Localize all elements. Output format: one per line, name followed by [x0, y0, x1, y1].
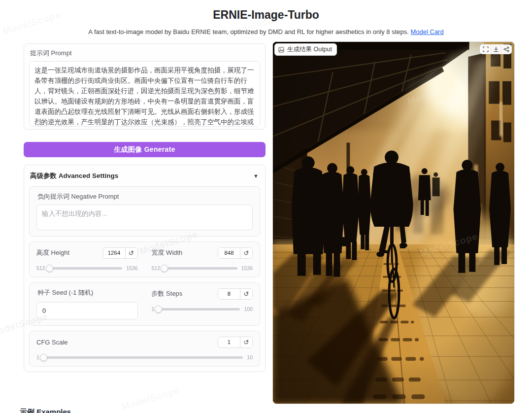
output-panel: 生成结果 Output: [272, 41, 515, 404]
steps-label: 步数 Steps: [152, 289, 183, 298]
advanced-settings-title: 高级参数 Advanced Settings: [30, 172, 118, 180]
reset-icon[interactable]: ↺: [125, 248, 137, 258]
width-slider-handle[interactable]: [161, 265, 168, 272]
watermark: ModelScope: [120, 385, 181, 413]
output-label-chip: 生成结果 Output: [274, 43, 337, 56]
image-icon: [278, 47, 284, 53]
output-toolbar: [480, 44, 512, 54]
reset-icon[interactable]: ↺: [240, 248, 252, 258]
seed-input[interactable]: [36, 302, 138, 319]
height-slider-block: 高度 Height ↺ 512 1536: [36, 247, 138, 271]
steps-number-group: ↺: [218, 288, 253, 300]
cfg-slider-handle[interactable]: [40, 354, 47, 361]
seed-label: 种子 Seed (-1 随机): [36, 288, 138, 297]
output-label: 生成结果 Output: [287, 45, 332, 54]
reset-icon[interactable]: ↺: [240, 337, 252, 347]
width-value-input[interactable]: [218, 248, 240, 258]
advanced-settings-accordion[interactable]: 高级参数 Advanced Settings ▼: [29, 170, 260, 181]
seed-block: 种子 Seed (-1 随机): [36, 288, 138, 319]
page-title: ERNIE-Image-Turbo: [0, 8, 532, 22]
negative-prompt-input[interactable]: [36, 205, 253, 230]
chevron-down-icon[interactable]: ▼: [253, 173, 259, 179]
seed-steps-group: 种子 Seed (-1 随机) 步数 Steps ↺ 1: [29, 282, 260, 326]
app-subtitle: A fast text-to-image model by Baidu ERNI…: [0, 28, 532, 35]
steps-slider-block: 步数 Steps ↺ 1 100: [152, 288, 253, 319]
width-max-label: 1536: [241, 265, 253, 271]
fullscreen-icon[interactable]: [480, 45, 491, 54]
steps-max-label: 100: [244, 306, 253, 312]
cfg-number-group: ↺: [218, 337, 253, 348]
height-number-group: ↺: [103, 247, 138, 259]
share-icon[interactable]: [501, 45, 511, 54]
negative-prompt-label: 负向提示词 Negative Prompt: [36, 192, 253, 205]
output-column: 生成结果 Output: [272, 41, 515, 404]
steps-slider-handle[interactable]: [155, 306, 162, 313]
cfg-max-label: 10: [247, 354, 253, 360]
prompt-panel: 提示词 Prompt 这是一张呈现城市街道场景的摄影作品，画面采用平视角度拍摄，…: [24, 43, 266, 130]
download-icon[interactable]: [491, 45, 501, 54]
height-slider-handle[interactable]: [46, 265, 53, 272]
width-slider[interactable]: [164, 267, 237, 270]
app-header: ERNIE-Image-Turbo A fast text-to-image m…: [0, 0, 532, 35]
prompt-label: 提示词 Prompt: [29, 48, 260, 61]
steps-slider[interactable]: [158, 308, 240, 310]
cfg-label: CFG Scale: [36, 339, 68, 346]
advanced-settings-panel: 高级参数 Advanced Settings ▼ 负向提示词 Negative …: [24, 165, 266, 372]
subtitle-text: A fast text-to-image model by Baidu ERNI…: [88, 28, 409, 35]
width-label: 宽度 Width: [152, 248, 183, 257]
steps-min-label: 1: [152, 306, 155, 312]
cfg-value-input[interactable]: [218, 337, 240, 347]
prompt-input[interactable]: 这是一张呈现城市街道场景的摄影作品，画面采用平视角度拍摄，展现了一条带有顶棚的步…: [29, 61, 260, 127]
generate-button[interactable]: 生成图像 Generate: [24, 142, 266, 157]
height-min-label: 512: [36, 265, 45, 271]
steps-value-input[interactable]: [218, 289, 240, 299]
reset-icon[interactable]: ↺: [240, 289, 252, 299]
width-slider-block: 宽度 Width ↺ 512 1536: [152, 247, 253, 271]
cfg-group: CFG Scale ↺ 1 10: [29, 331, 260, 367]
size-group: 高度 Height ↺ 512 1536: [29, 241, 260, 277]
generated-image[interactable]: [273, 42, 514, 404]
cfg-slider[interactable]: [43, 356, 243, 359]
negative-prompt-group: 负向提示词 Negative Prompt: [29, 186, 260, 237]
height-slider[interactable]: [49, 267, 123, 270]
cfg-min-label: 1: [36, 354, 39, 360]
controls-column: 提示词 Prompt 这是一张呈现城市街道场景的摄影作品，画面采用平视角度拍摄，…: [24, 43, 266, 372]
model-card-link[interactable]: Model Card: [410, 28, 443, 35]
examples-heading: 示例 Examples: [20, 408, 71, 413]
height-value-input[interactable]: [103, 248, 125, 258]
width-number-group: ↺: [218, 247, 253, 259]
height-max-label: 1536: [126, 265, 137, 271]
width-min-label: 512: [152, 265, 161, 271]
height-label: 高度 Height: [36, 248, 69, 257]
